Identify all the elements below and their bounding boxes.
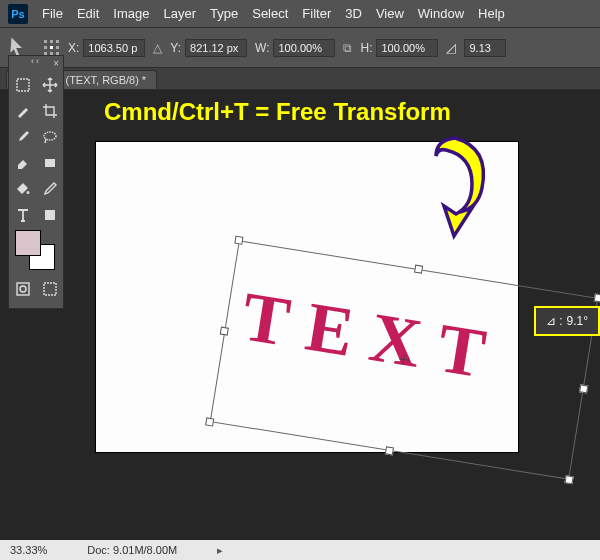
menu-3d[interactable]: 3D [345,6,362,21]
tools-panel-header[interactable]: ‹‹× [9,56,63,72]
free-transform-box[interactable]: TEXT [210,240,599,479]
brush-tool[interactable] [9,124,36,150]
transform-handle-tr[interactable] [594,293,600,302]
type-tool[interactable] [9,202,36,228]
w-label: W: [255,41,269,55]
w-input[interactable] [273,39,335,57]
marquee-tool[interactable] [9,72,36,98]
app-logo: Ps [8,4,28,24]
lasso-tool[interactable] [36,124,63,150]
annotation-arrow-icon [400,130,510,250]
tools-panel: ‹‹× [8,55,64,309]
color-swatches[interactable] [9,228,63,276]
y-label: Y: [170,41,181,55]
options-bar: X: △ Y: W: ⧉ H: [0,28,600,68]
menu-window[interactable]: Window [418,6,464,21]
status-flyout-icon[interactable]: ▸ [217,544,223,557]
annotation-title: Cmnd/Ctrl+T = Free Transform [104,98,451,126]
move-tool[interactable] [36,72,63,98]
menu-image[interactable]: Image [113,6,149,21]
h-input[interactable] [376,39,438,57]
svg-rect-0 [17,79,29,91]
document-tab-bar: @ 33.3% (TEXT, RGB/8) * [0,68,600,90]
menu-layer[interactable]: Layer [164,6,197,21]
svg-rect-3 [45,210,55,220]
transform-handle-mr[interactable] [579,384,588,393]
crop-tool[interactable] [36,98,63,124]
eraser-tool[interactable] [9,150,36,176]
quick-mask-tool[interactable] [9,276,36,302]
menu-type[interactable]: Type [210,6,238,21]
svg-rect-6 [44,283,56,295]
transform-handle-bm[interactable] [385,446,394,455]
link-wh-icon[interactable]: ⧉ [343,41,352,55]
menu-select[interactable]: Select [252,6,288,21]
angle-icon [446,40,456,55]
zoom-level[interactable]: 33.33% [10,544,47,556]
x-label: X: [68,41,79,55]
magic-wand-tool[interactable] [9,98,36,124]
menu-bar: Ps File Edit Image Layer Type Select Fil… [0,0,600,28]
doc-info[interactable]: Doc: 9.01M/8.00M [87,544,177,556]
rectangle-tool[interactable] [36,150,63,176]
foreground-color-swatch[interactable] [15,230,41,256]
transform-handle-tm[interactable] [414,265,423,274]
menu-help[interactable]: Help [478,6,505,21]
transform-handle-tl[interactable] [234,236,243,245]
h-label: H: [360,41,372,55]
svg-point-5 [20,286,26,292]
workspace: Cmnd/Ctrl+T = Free Transform ⊿ : 9.1° TE… [0,90,600,540]
status-bar: 33.33% Doc: 9.01M/8.00M ▸ [0,540,600,560]
svg-point-1 [44,132,56,140]
transform-handle-bl[interactable] [205,417,214,426]
angle-readout-tooltip: ⊿ : 9.1° [534,306,600,336]
transform-handle-ml[interactable] [220,327,229,336]
app-window: Ps File Edit Image Layer Type Select Fil… [0,0,600,540]
menu-filter[interactable]: Filter [302,6,331,21]
eyedropper-tool[interactable] [36,176,63,202]
angle-readout-icon: ⊿ : [546,314,563,328]
reference-point-selector[interactable] [44,40,60,56]
transform-handle-br[interactable] [565,475,574,484]
paint-bucket-tool[interactable] [9,176,36,202]
y-input[interactable] [185,39,247,57]
transform-center-icon[interactable] [398,354,409,365]
angle-input[interactable] [464,39,506,57]
svg-rect-2 [45,159,55,167]
menu-edit[interactable]: Edit [77,6,99,21]
menu-view[interactable]: View [376,6,404,21]
tools-close-icon[interactable]: × [53,58,59,69]
delta-toggle-icon[interactable]: △ [153,41,162,55]
screen-mode-tool[interactable] [36,276,63,302]
shape-tool[interactable] [36,202,63,228]
angle-readout-value: 9.1° [567,314,588,328]
svg-rect-4 [17,283,29,295]
menu-file[interactable]: File [42,6,63,21]
x-input[interactable] [83,39,145,57]
